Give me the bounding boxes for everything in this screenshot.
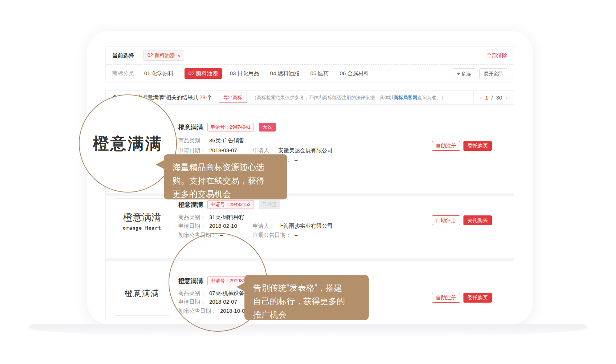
close-icon[interactable]: × [177,53,180,58]
applicant-value: 安徽美达会展有限公司 [278,147,333,153]
filter-panel: 当前选择 02 颜料油漆 × 全部清除 商标分类 01 化学原料 02 颜料油漆… [105,46,514,82]
status-badge: 无效 [259,123,276,132]
entrust-buy-button[interactable]: 委托购买 [463,141,492,151]
self-register-button[interactable]: 自助注册 [432,215,460,225]
trademark-image-text: 橙意满满 [125,288,159,299]
application-number-value: 29482153 [230,202,251,207]
apply-date-line: 申请日期：2018-02-10 [178,223,237,230]
magnified-trademark-text: 橙意满满 [93,133,163,154]
trademark-image: 橙意满满 orange Heart [115,198,169,243]
category-row: 商标分类 01 化学原料 02 颜料油漆 03 日化用品 04 燃料油脂 05 … [106,65,514,82]
results-count: 28 [199,94,206,100]
reg-pub-value: – [295,232,297,238]
pagination-total: 30 [496,94,502,101]
category-item-03[interactable]: 03 日化用品 [230,70,259,77]
disclaimer-suffix: 查询为准。） [417,95,446,100]
category-line: 商品类别：35类-广告销售 [178,137,244,144]
status-badge: 已注册 [259,200,280,209]
entrust-buy-button[interactable]: 委托购买 [463,293,492,303]
category-item-05[interactable]: 05 医药 [310,70,329,77]
window-base-shadow [29,324,587,336]
applicant-line: 申请人：安徽美达会展有限公司 [253,147,333,154]
result-row-2: 橙意满满 orange Heart 橙意满满 申请号：29482153 已注册 … [106,196,514,258]
application-number-label: 申请号： [211,124,230,130]
category-item-06[interactable]: 06 金属材料 [340,70,369,77]
self-register-button[interactable]: 自助注册 [432,141,460,151]
current-selection-row: 当前选择 02 颜料油漆 × 全部清除 [106,47,514,65]
disclaimer-prefix: （商标检索结果仅供参考，不作为商标能否注册的法律依据；具体以 [252,95,394,100]
multi-select-button[interactable]: + 多选 [453,68,475,79]
application-number-tag: 申请号：29474941 [207,123,254,132]
apply-date-value: 2018-03-07 [209,147,237,153]
category-item-01[interactable]: 01 化学原料 [144,70,174,77]
row-title-line: 橙意满满 申请号：29482153 已注册 [178,200,280,209]
magnifier-circle-trademark: 橙意满满 [79,94,177,193]
category-field-label: 商品类别： [178,214,206,220]
apply-date-value: 2018-02-10 [209,223,237,229]
applicant-label: 申请人： [253,147,275,153]
trademark-image-subtext: orange Heart [123,225,161,231]
apply-date-label: 申请日期： [178,147,206,153]
trademark-name: 橙意满满 [178,201,203,209]
category-field-value: 31类-饲料种籽 [209,214,244,220]
chevron-left-icon[interactable]: ‹ [479,94,482,101]
pagination-current: 1 [485,94,488,101]
apply-date-line: 申请日期：2018-03-07 [178,147,237,154]
trademark-name: 橙意满满 [178,123,203,132]
application-number-tag: 申请号：29482153 [207,200,254,209]
results-summary-suffix: 个 [207,94,212,100]
pagination: ‹ 1 / 30 › [473,91,514,104]
chevron-right-icon[interactable]: › [506,94,508,101]
row-divider [106,258,514,261]
application-number-value: 29474941 [230,124,251,130]
self-register-button[interactable]: 自助注册 [432,293,460,303]
trademark-office-link[interactable]: 商标局官网 [394,95,417,100]
apply-date-label: 申请日期： [178,223,206,229]
current-selection-label: 当前选择 [112,52,134,59]
pagination-separator: / [491,94,493,101]
selected-filter-tag[interactable]: 02 颜料油漆 × [143,50,184,61]
trademark-image-text: 橙意满满 [123,211,161,224]
disclaimer-text: （商标检索结果仅供参考，不作为商标能否注册的法律依据；具体以商标局官网查询为准。… [252,94,446,101]
category-item-02-selected[interactable]: 02 颜料油漆 [185,68,222,79]
trademark-image: 橙意满满 [115,271,169,316]
row-title-line: 橙意满满 申请号：29474941 无效 [178,123,276,132]
category-line: 商品类别：31类-饲料种籽 [178,214,244,221]
applicant-label: 申请人： [253,223,275,229]
applicant-line: 申请人：上海雨步实业有限公司 [253,223,333,230]
callout-bubble-marketplace: 海量精品商标资源随心选 购。支持在线交易，获得 更多的交易机会 [164,154,287,199]
export-trademarks-button[interactable]: 导出商标 [219,93,247,103]
clear-all-button[interactable]: 全部清除 [487,52,507,59]
page-canvas: 当前选择 02 颜料油漆 × 全部清除 商标分类 01 化学原料 02 颜料油漆… [0,0,616,364]
reg-pub-label: 注册公告日期： [253,232,291,238]
expand-all-button[interactable]: 展开全部 [479,68,507,79]
application-number-label: 申请号： [211,202,230,207]
selected-filter-tag-label: 02 颜料油漆 [147,52,175,59]
category-field-label: 商品类别： [178,137,206,143]
callout-bubble-promotion: 告别传统“发表格”，搭建 自己的标行，获得更多的 推广机会 [244,275,369,320]
applicant-value: 上海雨步实业有限公司 [278,223,333,229]
reg-pub-value: – [295,157,297,163]
category-field-value: 35类-广告销售 [209,137,244,143]
category-item-04[interactable]: 04 燃料油脂 [270,70,300,77]
entrust-buy-button[interactable]: 委托购买 [463,215,492,225]
reg-pub-line: 注册公告日期：– [253,232,297,239]
results-header: 为您检索到“橙意满满”相关的结果共28个 导出商标 （商标检索结果仅供参考，不作… [106,91,514,105]
category-label: 商标分类 [112,70,134,77]
